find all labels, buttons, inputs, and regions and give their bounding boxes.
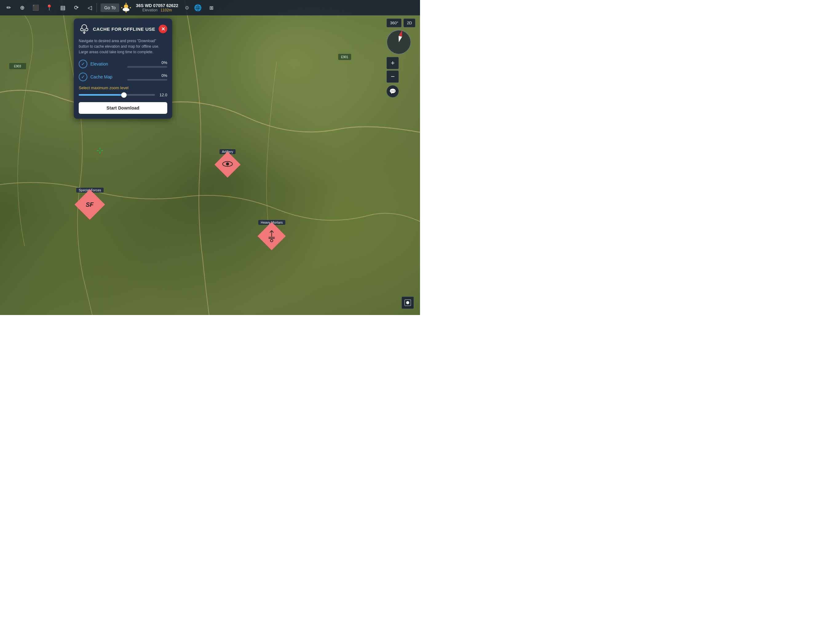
zoom-label: Select maximum zoom level	[79, 85, 167, 90]
needle-north	[399, 30, 404, 36]
toolbar-right: 🌐 ⊞	[193, 2, 217, 13]
cache-map-progress-pct: 0%	[161, 73, 167, 78]
speaker-icon[interactable]: ◁	[84, 2, 95, 13]
svg-point-18	[226, 162, 229, 166]
svg-rect-7	[121, 7, 122, 8]
svg-rect-8	[130, 7, 131, 8]
list-icon[interactable]: ▤	[57, 2, 68, 13]
artillery-marker[interactable]: Artillery	[218, 149, 237, 174]
zoom-section: Select maximum zoom level 12.0	[79, 85, 167, 97]
cloud-download-icon	[79, 24, 90, 35]
coordinates-section: 36S WD 07057 62622 Elevation 1102m	[136, 3, 178, 12]
heavy-mortars-marker[interactable]: Heavy Mortars	[258, 220, 285, 246]
svg-point-26	[406, 301, 409, 304]
sf-diamond: SF	[75, 190, 105, 220]
route-icon[interactable]: ⟳	[71, 2, 82, 13]
cache-modal: CACHE FOR OFFLINE USE ✕ Navigate to desi…	[74, 19, 172, 119]
pen-icon[interactable]: ✏	[3, 2, 14, 13]
elevation-check-icon: ✓	[81, 62, 85, 66]
cache-map-item: ✓ Cache Map 0%	[79, 73, 167, 81]
modal-description: Navigate to desired area and press "Down…	[79, 38, 167, 55]
compass-needle	[397, 30, 404, 43]
settings-icon[interactable]: ⚙	[182, 2, 193, 13]
sf-symbol: SF	[86, 201, 94, 208]
elevation-value: 1102m	[161, 8, 172, 12]
elevation-cache-label: Elevation	[90, 62, 115, 66]
zoom-slider[interactable]	[79, 94, 155, 96]
artillery-diamond	[215, 152, 241, 178]
terrain-overlay	[0, 0, 420, 315]
compass[interactable]	[387, 30, 411, 54]
modal-title: CACHE FOR OFFLINE USE	[93, 27, 156, 32]
toolbar-separator-1	[96, 3, 97, 12]
coordinates-display: 36S WD 07057 62622	[136, 3, 178, 8]
svg-rect-5	[125, 3, 127, 4]
elevation-progress-section: 0%	[118, 60, 167, 68]
screen-icon[interactable]: ⊞	[206, 2, 217, 13]
elevation-progress-pct: 0%	[161, 60, 167, 65]
location-button[interactable]	[401, 296, 414, 309]
ruler-icon[interactable]: ⬛	[30, 2, 41, 13]
svg-point-12	[82, 25, 87, 30]
elevation-check-circle: ✓	[79, 60, 87, 68]
cache-map-label: Cache Map	[90, 74, 115, 79]
target-icon[interactable]: ⊕	[17, 2, 28, 13]
goto-button[interactable]: Go To	[101, 3, 119, 12]
globe-icon[interactable]: 🌐	[193, 2, 204, 13]
elevation-display: Elevation 1102m	[142, 8, 172, 12]
svg-point-24	[271, 239, 273, 242]
modal-header: CACHE FOR OFFLINE USE ✕	[79, 24, 167, 35]
elevation-cache-item: ✓ Elevation 0%	[79, 60, 167, 68]
zoom-out-button[interactable]: −	[387, 70, 399, 83]
modal-close-button[interactable]: ✕	[159, 25, 167, 33]
elevation-label: Elevation	[142, 8, 158, 12]
zoom-in-button[interactable]: +	[387, 57, 399, 69]
zoom-controls: + −	[387, 57, 415, 83]
cache-map-progress-bar-bg	[127, 79, 167, 81]
right-controls: 360° 2D + − 💬	[387, 19, 415, 98]
svg-rect-6	[125, 11, 127, 13]
toolbar-icons: ✏ ⊕ ⬛ 📍 ▤ ⟳ ◁	[3, 2, 95, 13]
svg-line-21	[272, 230, 274, 233]
artillery-symbol	[222, 161, 233, 168]
special-forces-marker[interactable]: Special Forces SF	[76, 188, 104, 215]
elevation-progress-bar-bg	[127, 66, 167, 68]
needle-south	[397, 36, 403, 43]
view-360-button[interactable]: 360°	[387, 19, 401, 27]
toolbar: ✏ ⊕ ⬛ 📍 ▤ ⟳ ◁ Go To 36S WD 07057 62622 E…	[0, 0, 420, 15]
svg-point-11	[126, 9, 129, 11]
weather-icon	[120, 2, 132, 13]
mortars-diamond	[257, 222, 286, 250]
cache-map-check-circle: ✓	[79, 73, 87, 81]
cache-map-check-icon: ✓	[81, 74, 85, 79]
map-background: E903 E901	[0, 0, 420, 315]
mortars-symbol	[267, 230, 276, 242]
chat-button[interactable]: 💬	[387, 85, 399, 98]
zoom-value-display: 12.0	[158, 93, 167, 97]
compass-ring	[387, 30, 411, 54]
pin-icon[interactable]: 📍	[44, 2, 55, 13]
bottom-right-controls	[401, 296, 414, 309]
map-crosshair	[96, 147, 104, 156]
view-2d-button[interactable]: 2D	[403, 19, 415, 27]
zoom-slider-row: 12.0	[79, 93, 167, 97]
cache-map-progress-section: 0%	[118, 73, 167, 81]
start-download-button[interactable]: Start Download	[79, 102, 167, 114]
